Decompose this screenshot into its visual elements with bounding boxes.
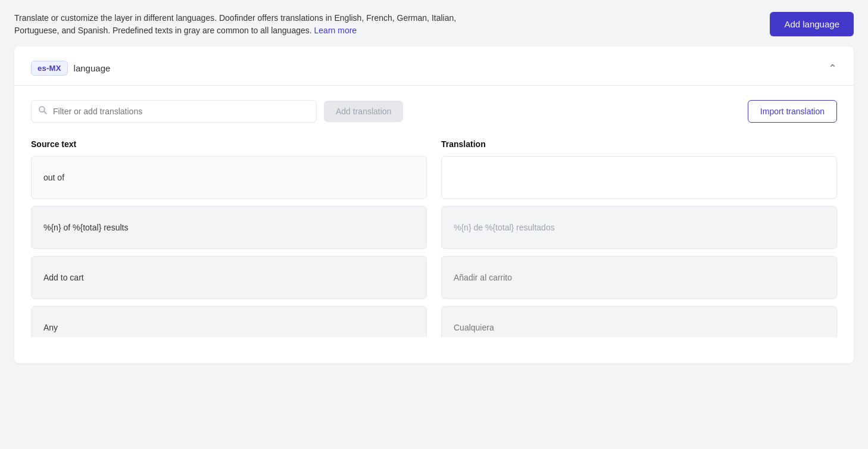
top-bar: Translate or customize the layer in diff… xyxy=(0,0,868,46)
translation-cell-n-results[interactable] xyxy=(441,206,837,249)
source-cell-any: Any xyxy=(31,306,427,337)
translation-header: Translation xyxy=(441,139,837,149)
top-bar-description: Translate or customize the layer in diff… xyxy=(14,12,502,37)
table-row: %{n} of %{total} results xyxy=(31,206,837,249)
language-header: es-MX language ⌃ xyxy=(31,61,837,76)
add-translation-button: Add translation xyxy=(324,101,403,122)
filter-row: Add translation Import translation xyxy=(31,100,837,123)
chevron-up-icon[interactable]: ⌃ xyxy=(828,62,837,75)
source-cell-add-to-cart: Add to cart xyxy=(31,256,427,299)
learn-more-link[interactable]: Learn more xyxy=(314,26,357,35)
divider xyxy=(14,85,854,86)
filter-input[interactable] xyxy=(31,100,317,123)
filter-input-wrapper xyxy=(31,100,317,123)
table-row: Add to cart xyxy=(31,256,837,299)
table-row: out of xyxy=(31,156,837,199)
translation-input-out-of[interactable] xyxy=(454,173,825,182)
svg-point-0 xyxy=(39,107,45,112)
translation-cell-any[interactable] xyxy=(441,306,837,337)
translation-rows: out of %{n} of %{total} results Add to c… xyxy=(31,156,837,344)
language-card: es-MX language ⌃ Add translation Import … xyxy=(14,46,854,363)
language-badge-row: es-MX language xyxy=(31,61,110,76)
translation-cell-add-to-cart[interactable] xyxy=(441,256,837,299)
svg-line-1 xyxy=(44,111,46,114)
source-text-header: Source text xyxy=(31,139,427,149)
translation-input-n-results[interactable] xyxy=(454,223,825,232)
language-badge: es-MX xyxy=(31,61,68,76)
translation-input-add-to-cart[interactable] xyxy=(454,273,825,282)
source-cell-out-of: out of xyxy=(31,156,427,199)
table-row: Any xyxy=(31,306,837,337)
search-icon xyxy=(38,105,48,117)
columns-header: Source text Translation xyxy=(31,139,837,149)
translation-input-any[interactable] xyxy=(454,323,825,332)
import-translation-button[interactable]: Import translation xyxy=(748,100,837,123)
source-cell-n-results: %{n} of %{total} results xyxy=(31,206,427,249)
add-language-button[interactable]: Add language xyxy=(770,12,854,36)
translation-cell-out-of[interactable] xyxy=(441,156,837,199)
language-label: language xyxy=(74,63,111,73)
